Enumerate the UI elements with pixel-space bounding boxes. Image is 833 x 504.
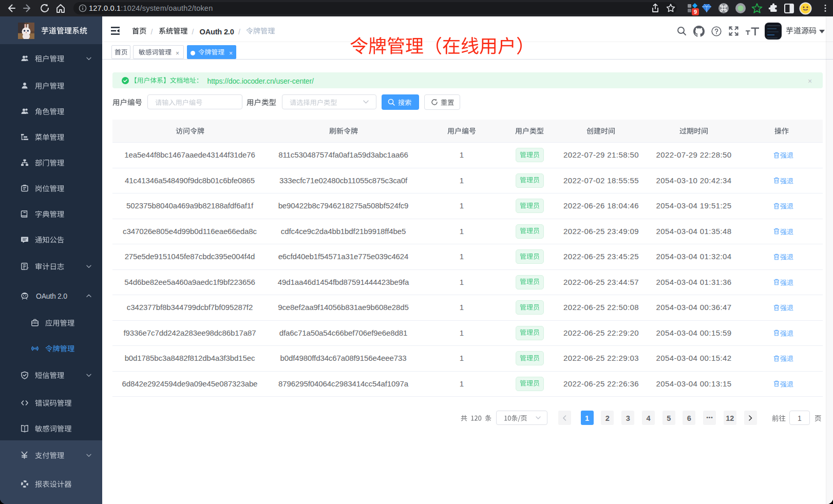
svg-text:9: 9 [694, 9, 697, 15]
